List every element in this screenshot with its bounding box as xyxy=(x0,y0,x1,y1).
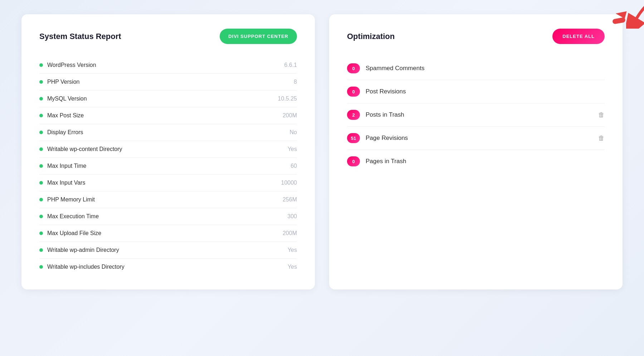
status-item-left: MySQL Version xyxy=(39,96,87,102)
status-item-left: Writable wp-admin Directory xyxy=(39,247,119,253)
status-label: MySQL Version xyxy=(47,96,87,102)
status-dot xyxy=(39,114,43,117)
opt-label: Posts in Trash xyxy=(366,111,592,118)
divi-support-center-button[interactable]: DIVI SUPPORT CENTER xyxy=(220,29,297,44)
svg-rect-1 xyxy=(612,17,626,24)
status-dot xyxy=(39,265,43,269)
status-item-left: Max Input Vars xyxy=(39,180,85,186)
status-dot xyxy=(39,215,43,218)
status-value: 60 xyxy=(291,163,297,169)
status-value: 256M xyxy=(283,196,297,203)
status-item-left: WordPress Version xyxy=(39,62,96,68)
status-item: Writable wp-content Directory Yes xyxy=(39,141,297,158)
status-dot xyxy=(39,181,43,185)
status-label: Display Errors xyxy=(47,129,83,136)
status-dot xyxy=(39,198,43,201)
count-badge: 51 xyxy=(347,133,360,143)
status-item-left: Writable wp-content Directory xyxy=(39,146,122,152)
status-item: Max Input Time 60 xyxy=(39,158,297,175)
opt-item: 2 Posts in Trash 🗑 xyxy=(347,103,605,127)
status-item-left: Display Errors xyxy=(39,129,83,136)
status-item: Display Errors No xyxy=(39,124,297,141)
trash-icon[interactable]: 🗑 xyxy=(598,111,605,119)
opt-item: 51 Page Revisions 🗑 xyxy=(347,127,605,150)
status-value: 6.6.1 xyxy=(284,62,297,68)
status-dot xyxy=(39,248,43,252)
opt-label: Pages in Trash xyxy=(366,158,605,165)
status-item-left: PHP Version xyxy=(39,79,79,85)
opt-item: 0 Pages in Trash xyxy=(347,150,605,173)
status-item-left: Max Input Time xyxy=(39,163,86,169)
count-badge: 0 xyxy=(347,63,360,73)
status-value: 200M xyxy=(283,230,297,236)
optimization-title: Optimization xyxy=(347,32,395,41)
status-label: Max Upload File Size xyxy=(47,230,101,236)
system-status-title: System Status Report xyxy=(39,32,121,41)
status-item: MySQL Version 10.5.25 xyxy=(39,91,297,107)
status-item: Max Execution Time 300 xyxy=(39,208,297,225)
status-item: Writable wp-includes Directory Yes xyxy=(39,259,297,275)
status-item: PHP Version 8 xyxy=(39,74,297,91)
status-value: Yes xyxy=(288,264,297,270)
status-dot xyxy=(39,147,43,151)
main-container: System Status Report DIVI SUPPORT CENTER… xyxy=(21,14,623,289)
status-value: 200M xyxy=(283,112,297,119)
status-dot xyxy=(39,231,43,235)
optimization-panel: Optimization DELETE ALL 0 Spammed Commen… xyxy=(329,14,623,289)
status-label: PHP Version xyxy=(47,79,79,85)
right-panel-header: Optimization DELETE ALL xyxy=(347,29,605,44)
status-item: Max Input Vars 10000 xyxy=(39,175,297,191)
status-item: PHP Memory Limit 256M xyxy=(39,191,297,208)
opt-item: 0 Spammed Comments xyxy=(347,57,605,80)
system-status-panel: System Status Report DIVI SUPPORT CENTER… xyxy=(21,14,315,289)
status-label: Max Execution Time xyxy=(47,213,99,220)
left-panel-header: System Status Report DIVI SUPPORT CENTER xyxy=(39,29,297,44)
status-label: Max Input Time xyxy=(47,163,86,169)
status-item-left: PHP Memory Limit xyxy=(39,196,95,203)
status-item-left: Writable wp-includes Directory xyxy=(39,264,125,270)
status-item: Max Upload File Size 200M xyxy=(39,225,297,242)
arrow-indicator-icon xyxy=(608,11,640,39)
status-label: Max Post Size xyxy=(47,112,84,119)
status-label: PHP Memory Limit xyxy=(47,196,95,203)
status-dot xyxy=(39,164,43,168)
delete-all-button[interactable]: DELETE ALL xyxy=(552,29,605,44)
status-value: Yes xyxy=(288,146,297,152)
opt-label: Spammed Comments xyxy=(366,65,605,72)
opt-label: Post Revisions xyxy=(366,88,605,95)
status-item: Writable wp-admin Directory Yes xyxy=(39,242,297,259)
count-badge: 2 xyxy=(347,110,360,120)
count-badge: 0 xyxy=(347,156,360,166)
status-label: Writable wp-content Directory xyxy=(47,146,122,152)
status-item-left: Max Post Size xyxy=(39,112,84,119)
status-dot xyxy=(39,80,43,84)
count-badge: 0 xyxy=(347,87,360,97)
status-value: 300 xyxy=(287,213,297,220)
status-value: Yes xyxy=(288,247,297,253)
status-label: Max Input Vars xyxy=(47,180,85,186)
optimization-list: 0 Spammed Comments 0 Post Revisions 2 Po… xyxy=(347,57,605,173)
trash-icon[interactable]: 🗑 xyxy=(598,135,605,142)
status-item-left: Max Upload File Size xyxy=(39,230,101,236)
status-value: 10.5.25 xyxy=(278,96,297,102)
status-dot xyxy=(39,97,43,101)
status-item: Max Post Size 200M xyxy=(39,107,297,124)
status-label: Writable wp-admin Directory xyxy=(47,247,119,253)
status-value: 10000 xyxy=(281,180,297,186)
status-item-left: Max Execution Time xyxy=(39,213,99,220)
opt-item: 0 Post Revisions xyxy=(347,80,605,103)
status-item: WordPress Version 6.6.1 xyxy=(39,57,297,74)
opt-label: Page Revisions xyxy=(366,135,592,142)
status-label: WordPress Version xyxy=(47,62,96,68)
status-value: 8 xyxy=(294,79,297,85)
status-label: Writable wp-includes Directory xyxy=(47,264,125,270)
status-dot xyxy=(39,63,43,67)
status-list: WordPress Version 6.6.1 PHP Version 8 My… xyxy=(39,57,297,275)
status-value: No xyxy=(290,129,297,136)
status-dot xyxy=(39,131,43,134)
